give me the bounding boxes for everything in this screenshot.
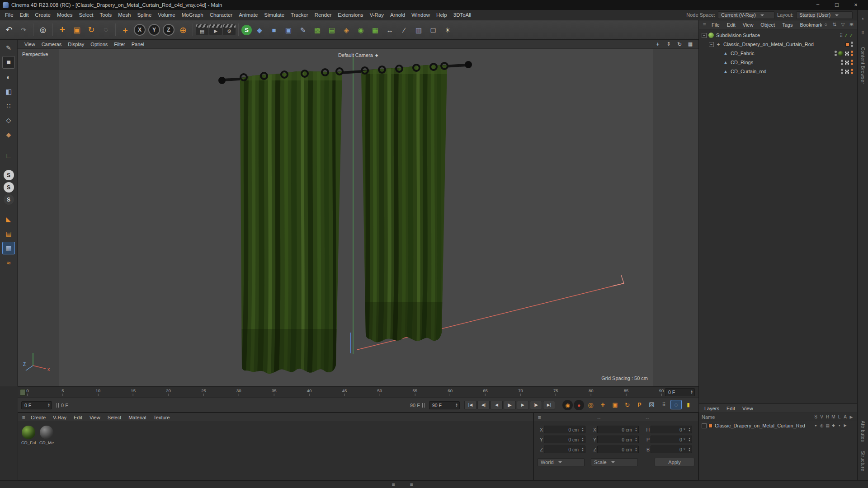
next-frame-button[interactable]: ▶	[517, 401, 529, 409]
live-selection-icon[interactable]: ◎	[36, 23, 50, 37]
menu-character[interactable]: Character	[207, 11, 236, 19]
menu-view[interactable]: View	[739, 405, 757, 412]
scale-tool-icon[interactable]: ▣	[70, 23, 84, 37]
toggle-views-icon[interactable]: ▦	[686, 41, 695, 48]
spline-pen-icon[interactable]: ✎	[296, 23, 310, 37]
menu-cameras[interactable]: Cameras	[38, 41, 65, 48]
tab-content-browser[interactable]: Content Browser	[860, 42, 865, 89]
panel-menu-icon[interactable]: ≡	[536, 414, 543, 421]
mograph-cloner-icon[interactable]: ▦	[368, 23, 382, 37]
panel-menu-icon[interactable]: ≡	[701, 22, 708, 28]
omni-move-icon[interactable]: +	[118, 23, 132, 37]
light-tool-icon[interactable]: ☀	[441, 23, 454, 37]
record-rotation-icon[interactable]: ↻	[622, 400, 633, 409]
record-position-icon[interactable]: +	[597, 400, 609, 409]
dock-grab-icon[interactable]: ⠿	[856, 26, 868, 40]
spring-tool-icon[interactable]: ≈	[2, 256, 15, 269]
record-keyframe-icon[interactable]: ◎	[585, 400, 596, 409]
layer-expander-icon[interactable]	[702, 423, 707, 428]
next-key-button[interactable]: |▶	[530, 401, 542, 409]
animation-solo-icon[interactable]: ▮	[683, 400, 694, 409]
generators-icon[interactable]: ▤	[325, 23, 339, 37]
measure-icon[interactable]: ↔	[383, 23, 396, 37]
object-row-classic-drapery-on-metal-curtain-rod[interactable]: −+Classic_Drapery_on_Metal_Curtain_Rod	[699, 40, 857, 49]
viewport-canvas[interactable]: Z x	[18, 49, 698, 386]
camera-tool-icon[interactable]: ▢	[426, 23, 440, 37]
dot-grid-icon[interactable]: ⠿	[840, 33, 843, 38]
playhead[interactable]	[20, 389, 26, 396]
layer-animation-icon[interactable]: ▶	[842, 422, 848, 429]
coordinate-system-icon[interactable]: ⊕	[176, 23, 190, 37]
vray-render-icon[interactable]: ●	[574, 400, 584, 410]
view-label[interactable]: Perspective	[22, 52, 48, 57]
options-icon[interactable]: ⊞	[848, 21, 855, 28]
size-z-field[interactable]: 0 cm▲▼	[597, 446, 639, 453]
menu-extensions[interactable]: Extensions	[335, 11, 366, 19]
layer-solo-icon[interactable]: ●	[813, 422, 819, 429]
layer-color-swatch[interactable]	[845, 42, 849, 47]
rot-h-field[interactable]: 0 °▲▼	[651, 426, 692, 433]
tab-attributes[interactable]: Attributes	[860, 416, 865, 446]
tab-structure[interactable]: Structure	[860, 446, 865, 476]
menu-volume[interactable]: Volume	[155, 11, 178, 19]
record-scale-icon[interactable]: ▣	[609, 400, 621, 409]
more-columns-icon[interactable]: ▶	[848, 415, 854, 419]
current-frame-field[interactable]: 0 F ▲▼	[21, 401, 52, 409]
menu-edit[interactable]: Edit	[723, 405, 739, 412]
object-row-subdivision-surface[interactable]: −Subdivision Surface⠿✓✓	[699, 31, 857, 40]
spinner[interactable]: ▲▼	[581, 447, 584, 452]
commander-icon[interactable]: ▥	[412, 23, 425, 37]
make-editable-icon[interactable]: ✎	[2, 42, 15, 54]
material-cd-fabric[interactable]: CD_Fabric	[21, 426, 36, 445]
layer-color-swatch[interactable]	[708, 424, 712, 428]
menu-simulate[interactable]: Simulate	[261, 11, 288, 19]
spinner[interactable]: ▲▼	[47, 403, 50, 408]
pos-z-field[interactable]: 0 cm▲▼	[544, 446, 585, 453]
status-menu-icon[interactable]: ≡	[387, 478, 400, 488]
menu-create[interactable]: Create	[27, 414, 49, 421]
edges-mode-icon[interactable]: ◇	[2, 114, 15, 127]
layer-render-icon[interactable]: ▤	[825, 422, 830, 429]
vray-tool-2-icon[interactable]: S	[4, 182, 14, 192]
menu-v-ray[interactable]: V-Ray	[367, 11, 387, 19]
menu-filter[interactable]: Filter	[111, 41, 128, 48]
ruler-frame-field[interactable]: 0 F ▲▼	[665, 388, 695, 396]
apply-button[interactable]: Apply	[655, 458, 694, 466]
menu-animate[interactable]: Animate	[236, 11, 261, 19]
pos-y-field[interactable]: 0 cm▲▼	[544, 436, 585, 443]
visibility-dots-icon[interactable]	[841, 60, 843, 65]
menu-help[interactable]: Help	[433, 11, 450, 19]
magic-solo-icon[interactable]: ◆	[253, 23, 266, 37]
menu-mograph[interactable]: MoGraph	[179, 11, 207, 19]
rot-p-field[interactable]: 0 °▲▼	[651, 436, 692, 443]
uv-tool-icon[interactable]: ▤	[2, 227, 15, 240]
menu-view[interactable]: View	[739, 21, 757, 28]
color-dots-icon[interactable]	[851, 51, 853, 56]
workplane-mode-icon[interactable]: ◧	[2, 85, 15, 98]
deformers-icon[interactable]: ◈	[340, 23, 353, 37]
undo-icon[interactable]: ↶	[2, 23, 16, 37]
layer-view-icon[interactable]: ◎	[819, 422, 825, 429]
panel-menu-icon[interactable]: ≡	[20, 414, 27, 421]
goto-start-button[interactable]: |◀	[464, 401, 476, 409]
menu-tags[interactable]: Tags	[778, 21, 796, 28]
menu-select[interactable]: Select	[75, 11, 96, 19]
status-menu2-icon[interactable]: ≡	[405, 478, 418, 488]
menu-bookmark[interactable]: Bookmark	[796, 21, 822, 28]
visibility-dots-icon[interactable]	[835, 51, 837, 56]
prev-key-button[interactable]: ◀|	[477, 401, 490, 409]
spinner[interactable]: ▲▼	[635, 437, 637, 442]
menu-view[interactable]: View	[21, 41, 38, 48]
vray-interactive-render-icon[interactable]: ◉	[562, 400, 573, 410]
layer-manager-icon[interactable]: ◆	[830, 422, 836, 429]
expander-icon[interactable]: −	[702, 33, 707, 38]
x-axis-handle[interactable]	[613, 275, 624, 286]
menu-edit[interactable]: Edit	[70, 414, 86, 421]
filter-icon[interactable]: ▽	[839, 21, 847, 28]
viewport[interactable]: Z x Perspective Default Camera ◆ Grid Sp…	[18, 49, 698, 386]
end-frame-field[interactable]: 90 F ▲▼	[429, 401, 460, 409]
spinner[interactable]: ▲▼	[581, 427, 584, 432]
world-dropdown[interactable]: World	[538, 458, 585, 466]
object-row-cd-curtain-rod[interactable]: ▲CD_Curtain_rod	[699, 67, 857, 76]
edit-render-settings-icon[interactable]: ⚙	[223, 24, 236, 35]
